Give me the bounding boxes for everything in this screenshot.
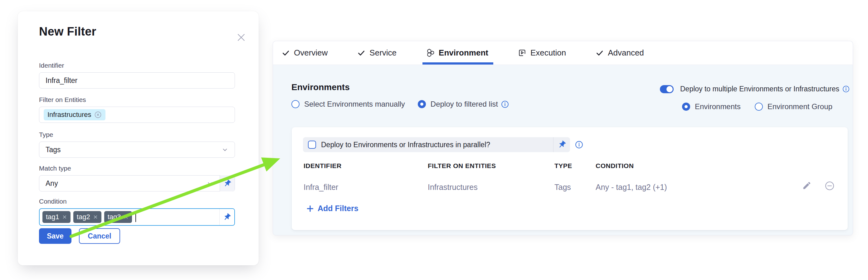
- chip-remove-icon[interactable]: [94, 111, 102, 118]
- add-filters-label: Add Filters: [318, 204, 359, 213]
- entities-chip[interactable]: Infrastructures: [44, 109, 105, 120]
- tag-chip-label: tag2: [77, 213, 90, 221]
- row-condition: Any - tag1, tag2 (+1): [596, 183, 667, 192]
- chip-remove-icon[interactable]: [62, 214, 67, 219]
- tab-label: Service: [369, 48, 397, 58]
- tab-label: Advanced: [608, 48, 644, 58]
- edit-filter-button[interactable]: [802, 181, 812, 191]
- tag-chip-label: tag3: [107, 213, 121, 221]
- tab-execution[interactable]: Execution: [518, 41, 566, 65]
- chip-remove-icon[interactable]: [124, 214, 128, 219]
- stage-tabbar: Overview Service Environment: [273, 41, 853, 65]
- type-label: Type: [39, 131, 53, 138]
- row-entities: Infrastructures: [428, 183, 478, 192]
- select-manually-radio[interactable]: [291, 100, 300, 108]
- modal-title: New Filter: [39, 25, 96, 38]
- deploy-filtered-label: Deploy to filtered list: [431, 100, 498, 108]
- parallel-deploy-bar: Deploy to Environments or Infrastructure…: [303, 137, 570, 152]
- tab-label: Execution: [530, 48, 566, 58]
- tag-chip-label: tag1: [46, 213, 59, 221]
- pin-icon[interactable]: [220, 175, 235, 191]
- parallel-deploy-main: Deploy to Environments or Infrastructure…: [303, 137, 553, 152]
- environment-group-radio-label: Environment Group: [768, 102, 832, 111]
- tab-advanced[interactable]: Advanced: [596, 41, 644, 65]
- condition-tag-chip[interactable]: tag3: [104, 211, 132, 223]
- check-icon: [596, 49, 604, 57]
- info-icon[interactable]: [575, 141, 583, 149]
- tab-label: Environment: [439, 48, 488, 58]
- chevron-down-icon: [221, 146, 229, 154]
- condition-tag-chip[interactable]: tag2: [73, 211, 101, 223]
- column-header-identifier: IDENTIFIER: [304, 162, 342, 170]
- filter-on-entities-label: Filter on Entities: [39, 96, 86, 104]
- select-manually-label: Select Environments manually: [304, 100, 405, 108]
- page: New Filter Identifier Infra_filter Filte…: [0, 0, 868, 280]
- type-select[interactable]: Tags: [39, 142, 235, 158]
- parallel-deploy-checkbox[interactable]: [308, 141, 316, 149]
- condition-tag-chip[interactable]: tag1: [42, 211, 70, 223]
- condition-input[interactable]: tag1 tag2 tag3: [39, 208, 235, 226]
- info-icon[interactable]: [501, 100, 509, 108]
- pipeline-stage-panel: Overview Service Environment: [273, 41, 853, 236]
- row-type: Tags: [554, 183, 571, 192]
- condition-label: Condition: [39, 198, 67, 205]
- text-cursor: [135, 212, 136, 222]
- tab-overview[interactable]: Overview: [282, 41, 328, 65]
- remove-filter-button[interactable]: [825, 181, 835, 191]
- identifier-label: Identifier: [39, 62, 64, 69]
- pin-icon[interactable]: [553, 137, 570, 152]
- cancel-button[interactable]: Cancel: [79, 228, 120, 244]
- match-type-label: Match type: [39, 165, 71, 172]
- environments-radio[interactable]: [682, 103, 690, 111]
- column-header-condition: CONDITION: [596, 162, 634, 170]
- environment-selection-options: Select Environments manually Deploy to f…: [291, 100, 509, 108]
- chip-remove-icon[interactable]: [93, 214, 98, 219]
- tab-service[interactable]: Service: [357, 41, 397, 65]
- environment-icon: [426, 49, 435, 57]
- row-identifier: Infra_filter: [304, 183, 338, 192]
- info-icon[interactable]: [842, 85, 849, 93]
- type-value: Tags: [45, 146, 61, 154]
- column-header-entities: FILTER ON ENTITIES: [428, 162, 496, 170]
- identifier-value: Infra_filter: [45, 76, 78, 85]
- environment-target-options: Environments Environment Group: [682, 102, 832, 111]
- chevron-down-icon: [206, 179, 214, 187]
- deploy-filtered-radio[interactable]: [418, 100, 426, 108]
- new-filter-modal: New Filter Identifier Infra_filter Filte…: [18, 11, 259, 265]
- filters-card: Deploy to Environments or Infrastructure…: [292, 127, 848, 230]
- match-type-select[interactable]: Any: [39, 175, 235, 191]
- pin-icon[interactable]: [219, 209, 234, 225]
- execution-icon: [518, 49, 526, 57]
- entities-chip-label: Infrastructures: [48, 111, 91, 119]
- check-icon: [357, 49, 365, 57]
- pencil-icon: [802, 181, 811, 190]
- minus-circle-icon: [825, 181, 835, 191]
- environments-radio-label: Environments: [695, 102, 741, 111]
- save-button[interactable]: Save: [39, 228, 71, 244]
- close-icon[interactable]: [236, 32, 247, 43]
- parallel-deploy-label: Deploy to Environments or Infrastructure…: [321, 141, 490, 149]
- tab-label: Overview: [294, 48, 328, 58]
- column-header-type: TYPE: [554, 162, 572, 170]
- multi-deploy-toggle-label: Deploy to multiple Environments or Infra…: [680, 85, 839, 93]
- multi-deploy-toggle[interactable]: [660, 85, 674, 93]
- environments-heading: Environments: [291, 82, 350, 92]
- match-type-value: Any: [45, 179, 58, 188]
- plus-icon: [306, 205, 314, 213]
- environment-group-radio[interactable]: [755, 103, 763, 111]
- check-icon: [282, 49, 290, 57]
- tab-environment[interactable]: Environment: [426, 41, 488, 65]
- add-filters-button[interactable]: Add Filters: [306, 204, 359, 213]
- multi-deploy-toggle-row: Deploy to multiple Environments or Infra…: [660, 85, 849, 93]
- filter-on-entities-input[interactable]: Infrastructures: [39, 107, 235, 123]
- identifier-input[interactable]: Infra_filter: [39, 72, 235, 89]
